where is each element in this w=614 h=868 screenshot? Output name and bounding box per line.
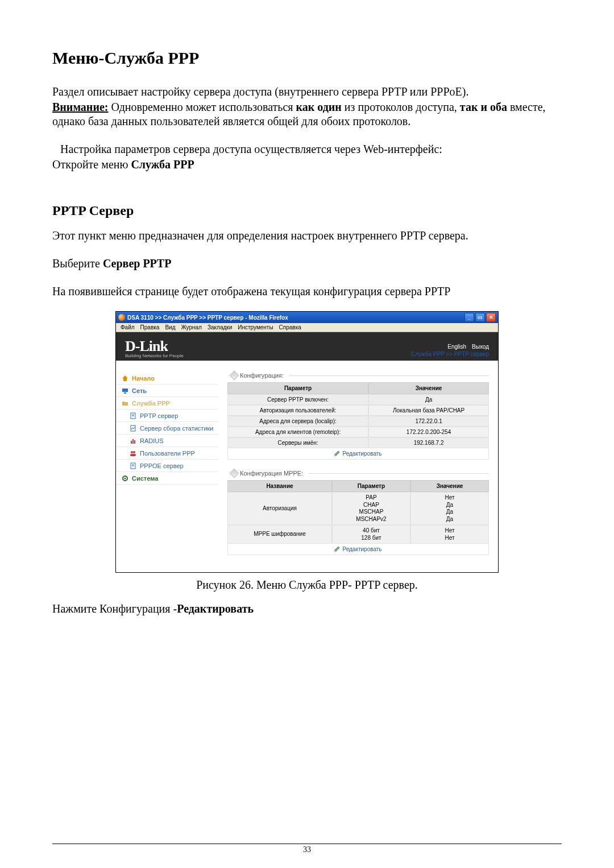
sidebar-item-label: Служба PPP	[132, 400, 170, 407]
pencil-icon	[334, 450, 340, 456]
page-icon	[130, 412, 136, 419]
svg-marker-21	[335, 547, 339, 551]
sidebar-item-label: Пользователи PPP	[140, 450, 195, 457]
close-button[interactable]: ✕	[486, 313, 496, 322]
svg-point-10	[131, 451, 133, 453]
sidebar-item-pptp-сервер[interactable]: PPTP сервер	[116, 410, 218, 422]
window-titlebar: DSA 3110 >> Служба PPP >> PPTP сервер - …	[116, 312, 498, 323]
paragraph: Раздел описывает настройку сервера досту…	[52, 85, 562, 99]
sidebar-item-radius[interactable]: RADIUS	[116, 435, 218, 447]
cell-name: Авторизация	[227, 492, 332, 525]
figure-caption: Рисунок 26. Меню Служба PPP- PPTP сервер…	[52, 578, 562, 592]
cell-param: Авторизация пользователей:	[227, 405, 368, 416]
sidebar-item-label: PPPOE сервер	[140, 462, 184, 469]
minimize-button[interactable]: _	[464, 313, 474, 322]
logout-link[interactable]: Выход	[472, 344, 489, 350]
page-stats-icon	[130, 425, 136, 432]
svg-rect-8	[132, 439, 134, 444]
menu-edit[interactable]: Правка	[140, 324, 160, 330]
sidebar-item-label: Начало	[132, 375, 155, 382]
window-title: DSA 3110 >> Служба PPP >> PPTP сервер - …	[127, 315, 288, 321]
pencil-icon	[334, 546, 340, 552]
edit-link[interactable]: Редактировать	[334, 546, 381, 552]
dlink-tagline: Building Networks for People	[125, 353, 184, 358]
firefox-icon	[118, 314, 125, 321]
sidebar: НачалоСетьСлужба PPPPPTP серверСервер сб…	[116, 361, 218, 572]
divider	[309, 473, 489, 474]
sidebar-item-служба-ppp[interactable]: Служба PPP	[116, 397, 218, 410]
cell-value: НетНет	[410, 525, 489, 544]
edit-label: Редактировать	[342, 450, 381, 457]
monitor-icon	[122, 387, 128, 394]
th-param: Параметр	[227, 382, 368, 394]
table-row: Адреса для клиентов (remoteip):172.22.0.…	[227, 427, 489, 437]
cell-value: НетДаДаДа	[410, 492, 489, 525]
svg-point-11	[133, 451, 135, 453]
browser-menubar: Файл Правка Вид Журнал Закладки Инструме…	[116, 323, 498, 332]
table-row: MPPE шифрование40 бит128 битНетНет	[227, 525, 489, 544]
sidebar-item-label: PPTP сервер	[140, 412, 178, 419]
th-name: Название	[227, 480, 332, 492]
th-value: Значение	[410, 480, 489, 492]
config-table: Параметр Значение Сервер PPTP включен:Да…	[227, 382, 489, 448]
th-param: Параметр	[332, 480, 410, 492]
sidebar-item-сервер-сбора-статистики[interactable]: Сервер сбора статистики	[116, 422, 218, 435]
maximize-button[interactable]: ▭	[475, 313, 485, 322]
cell-value: Локальная база PAP/CHAP	[368, 405, 489, 416]
cell-param: 40 бит128 бит	[332, 525, 410, 544]
svg-rect-2	[124, 392, 126, 394]
page-icon	[130, 462, 136, 469]
menu-bookmarks[interactable]: Закладки	[208, 324, 232, 330]
table-row: Серверы имён:192.168.7.2	[227, 437, 489, 448]
sidebar-item-сеть[interactable]: Сеть	[116, 385, 218, 397]
menu-history[interactable]: Журнал	[181, 324, 202, 330]
table-row: Авторизация пользователей:Локальная база…	[227, 405, 489, 416]
menu-tools[interactable]: Инструменты	[238, 324, 273, 330]
breadcrumb: Служба PPP >> PPTP сервер	[411, 351, 489, 357]
sidebar-item-label: Сеть	[132, 387, 147, 394]
mppe-table: Название Параметр Значение АвторизацияPA…	[227, 480, 489, 544]
cell-param: Адреса для сервера (localip):	[227, 416, 368, 427]
svg-rect-1	[122, 388, 128, 392]
menu-file[interactable]: Файл	[121, 324, 135, 330]
section-label-mppe: Конфигурация MPPE:	[231, 470, 489, 477]
heading-2: PPTP Сервер	[52, 203, 562, 218]
section-title: Конфигурация:	[240, 372, 284, 379]
divider	[289, 375, 489, 376]
paragraph: Нажмите Конфигурация -Редактировать	[52, 602, 562, 616]
dlink-logo: D-Link	[125, 338, 168, 355]
paragraph: Выберите Сервер PPTP	[52, 257, 562, 271]
sidebar-item-система[interactable]: Система	[116, 472, 218, 485]
edit-config-row: Редактировать	[227, 448, 489, 460]
cell-value: Да	[368, 394, 489, 405]
cell-value: 172.22.0.200-254	[368, 427, 489, 437]
heading-1: Меню-Служба PPP	[52, 48, 562, 68]
th-value: Значение	[368, 382, 489, 394]
wand-icon	[230, 469, 239, 478]
cell-param: PAPCHAPMSCHAPMSCHAPv2	[332, 492, 410, 525]
wand-icon	[230, 371, 239, 381]
home-icon	[122, 375, 128, 382]
users-icon	[130, 450, 136, 457]
svg-rect-9	[134, 440, 135, 444]
screenshot-firefox-window: DSA 3110 >> Служба PPP >> PPTP сервер - …	[115, 311, 499, 573]
paragraph: Внимание: Одновременно может использоват…	[52, 100, 562, 129]
lang-link[interactable]: English	[447, 344, 466, 350]
svg-rect-7	[131, 441, 132, 444]
menu-help[interactable]: Справка	[279, 324, 301, 330]
table-row: Сервер PPTP включен:Да	[227, 394, 489, 405]
edit-link[interactable]: Редактировать	[334, 450, 381, 457]
menu-view[interactable]: Вид	[165, 324, 175, 330]
edit-mppe-row: Редактировать	[227, 544, 489, 555]
main-panel: Конфигурация: Параметр Значение Сервер P…	[218, 361, 498, 572]
sidebar-item-пользователи-ppp[interactable]: Пользователи PPP	[116, 447, 218, 460]
sidebar-item-начало[interactable]: Начало	[116, 372, 218, 385]
emphasis-attention: Внимание:	[52, 101, 108, 113]
section-label-config: Конфигурация:	[231, 372, 489, 379]
cell-name: MPPE шифрование	[227, 525, 332, 544]
sidebar-item-pppoe-сервер[interactable]: PPPOE сервер	[116, 460, 218, 472]
cell-param: Серверы имён:	[227, 437, 368, 448]
sidebar-item-label: RADIUS	[140, 437, 164, 444]
section-title: Конфигурация MPPE:	[240, 470, 303, 477]
cell-value: 172.22.0.1	[368, 416, 489, 427]
